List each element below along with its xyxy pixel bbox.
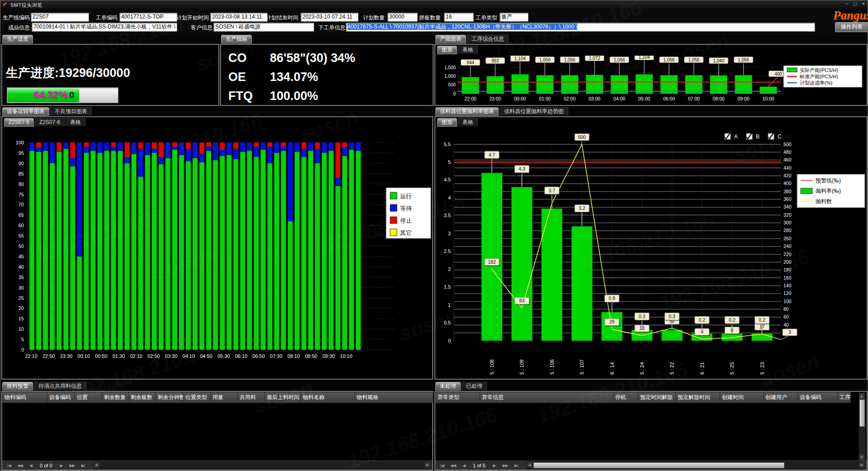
- column-header[interactable]: 物料规格: [355, 392, 433, 403]
- column-header[interactable]: 异常类型: [436, 392, 480, 403]
- scroll-right-icon[interactable]: ▶: [859, 462, 865, 468]
- column-header[interactable]: 异常信息: [480, 392, 613, 403]
- scroll-left-icon[interactable]: ◀: [527, 462, 533, 468]
- close-button[interactable]: ×: [862, 1, 865, 6]
- scrollbar-thumb[interactable]: [533, 462, 785, 468]
- scroll-down-icon[interactable]: ▼: [859, 454, 864, 460]
- h-scrollbar[interactable]: ◀ ▶: [526, 461, 865, 469]
- svg-text:5 : 22: 5 : 22: [669, 362, 675, 375]
- column-header[interactable]: 创建时间: [720, 392, 764, 403]
- pager-prev-button[interactable]: ◀: [458, 463, 469, 468]
- chart-legend: 预警线(‰)抛料率(‰)抛料数: [797, 174, 865, 208]
- column-header[interactable]: 工序: [838, 392, 851, 403]
- pager-next-button[interactable]: ▶: [56, 463, 67, 468]
- app-window: ✔ SMT拉头浏览 − □ × 生产线编码Z2S07工单编码40017712-S…: [0, 0, 868, 471]
- feeder-tab-1[interactable]: 供料器位置抛料率趋势图: [500, 107, 568, 115]
- customer-info-input[interactable]: SOSEN \ 崧盛电源: [213, 23, 314, 32]
- plan-start-time-input[interactable]: 2023-03-08 13:14:11: [210, 13, 268, 22]
- runrate-view-tab-0[interactable]: Z2S07-5: [4, 118, 34, 127]
- pager-next-button[interactable]: ▶: [489, 463, 500, 468]
- column-header[interactable]: 剩余板数: [129, 392, 156, 403]
- material-tab-0[interactable]: 接料预警: [2, 382, 33, 390]
- next-order-info-input[interactable]: 40017875-S-ALL \ 70010937(贴片半成品，120CNL-1…: [346, 23, 815, 32]
- feeder-view-tab-1[interactable]: 表格: [458, 118, 478, 126]
- feeder-filter-checkbox-c[interactable]: C: [767, 133, 782, 140]
- material-tab-1[interactable]: 待清点共用料信息: [34, 382, 86, 390]
- pager-fast-prev-button[interactable]: ◀◀: [14, 463, 25, 468]
- column-header[interactable]: 物料名称: [301, 392, 355, 403]
- column-header[interactable]: 剩余数量: [102, 392, 129, 403]
- svg-text:5 : 23: 5 : 23: [760, 362, 765, 375]
- metrics-tab-0[interactable]: 生产指标: [221, 35, 252, 43]
- pager-prev-button[interactable]: ◀: [25, 463, 36, 468]
- h-scrollbar[interactable]: ◀ ▶: [93, 461, 431, 469]
- plan-quantity-label: 计划数量: [363, 14, 385, 22]
- scroll-up-icon[interactable]: ▲: [859, 393, 864, 399]
- svg-text:08:00: 08:00: [713, 96, 725, 101]
- work-order-code-input[interactable]: 40017712-S-TOP: [119, 13, 177, 22]
- scroll-right-icon[interactable]: ▶: [425, 462, 430, 468]
- pager-fast-prev-button[interactable]: ◀◀: [448, 463, 458, 468]
- feeder-filter-checkbox-b[interactable]: B: [745, 133, 760, 140]
- pager-first-button[interactable]: |◀: [437, 463, 448, 468]
- column-header[interactable]: 共用料: [238, 392, 265, 403]
- feeder-tab-0[interactable]: 供料器位置抛料率图表: [435, 107, 499, 116]
- runrate-view-tab-2[interactable]: 表格: [66, 118, 85, 126]
- progress-tab-0[interactable]: 生产进度: [2, 35, 33, 43]
- column-header[interactable]: 预定时间解除: [638, 392, 676, 403]
- capacity-view-tab-0[interactable]: 图形: [437, 46, 457, 54]
- pager-fast-next-button[interactable]: ▶▶: [67, 463, 78, 468]
- abnormal-tab-0[interactable]: 未处理: [435, 382, 461, 390]
- svg-text:5 : 24: 5 : 24: [639, 362, 645, 375]
- column-header[interactable]: 创建用户: [764, 392, 798, 403]
- column-header[interactable]: 剩余分钟数: [156, 392, 184, 403]
- svg-text:70: 70: [19, 202, 24, 207]
- product-info-input[interactable]: 70010914-01 \ 贴片半成品,SS-DIM23,调光小板，V11软件 …: [32, 23, 177, 32]
- operation-list-button[interactable]: 操作列表: [835, 22, 868, 32]
- svg-text:02:10: 02:10: [130, 353, 142, 359]
- column-header[interactable]: 设备编码: [798, 392, 838, 403]
- svg-text:100: 100: [16, 140, 24, 145]
- feeder-filter-checkbox-a[interactable]: A: [723, 133, 738, 140]
- svg-text:06:10: 06:10: [235, 353, 248, 359]
- v-scrollbar[interactable]: ▲ ▼: [859, 393, 866, 461]
- svg-text:0: 0: [448, 338, 451, 343]
- svg-text:80: 80: [19, 181, 24, 187]
- progress-bar: 64.32% 0: [7, 87, 118, 103]
- order-type-input[interactable]: 量产: [500, 13, 528, 22]
- capacity-tab-0[interactable]: 产能图表: [435, 35, 466, 43]
- svg-text:2.5: 2.5: [444, 248, 451, 254]
- pager-first-button[interactable]: |◀: [4, 463, 14, 468]
- panel-quantity-input[interactable]: 16: [444, 13, 474, 22]
- plan-quantity-input[interactable]: 30000: [387, 13, 418, 22]
- pager-fast-next-button[interactable]: ▶▶: [500, 463, 511, 468]
- scroll-left-icon[interactable]: ◀: [94, 462, 99, 468]
- svg-text:80: 80: [783, 306, 789, 312]
- production-line-code-input[interactable]: Z2S07: [31, 13, 89, 22]
- column-header[interactable]: 位置类型: [184, 392, 211, 403]
- pager-last-button[interactable]: ▶|: [78, 463, 89, 468]
- plan-end-time-input[interactable]: 2023-03-10 07:24:11: [301, 13, 359, 22]
- column-header[interactable]: 设备编码: [47, 392, 75, 403]
- abnormal-tab-1[interactable]: 已处理: [462, 382, 487, 390]
- runrate-tab-1[interactable]: 不良项目图表: [50, 107, 92, 115]
- runrate-view-tab-1[interactable]: Z2S07-6: [35, 118, 65, 126]
- column-header[interactable]: 用量: [211, 392, 238, 403]
- column-header[interactable]: 最后上料时间: [265, 392, 301, 403]
- column-header[interactable]: 位置: [75, 392, 102, 403]
- svg-text:340: 340: [783, 204, 792, 209]
- minimize-button[interactable]: −: [845, 1, 848, 6]
- restore-button[interactable]: □: [854, 1, 857, 6]
- capacity-tab-1[interactable]: 工序综合信息: [467, 35, 509, 43]
- material-pager: |◀ ◀◀ ◀ 0 of 0 ▶ ▶▶ ▶| ◀ ▶: [2, 461, 432, 470]
- capacity-view-tab-1[interactable]: 表格: [458, 46, 478, 54]
- pager-last-button[interactable]: ▶|: [511, 463, 522, 468]
- customer-info-label: 客户信息: [191, 24, 212, 32]
- scrollbar-thumb[interactable]: [859, 400, 865, 427]
- svg-text:40: 40: [19, 264, 24, 270]
- column-header[interactable]: 停机: [613, 392, 638, 403]
- runrate-tab-0[interactable]: 设备运转率图表: [2, 107, 49, 116]
- column-header[interactable]: 预定解除时间: [676, 392, 720, 403]
- column-header[interactable]: 物料编码: [3, 392, 47, 403]
- feeder-view-tab-0[interactable]: 图形: [437, 118, 457, 127]
